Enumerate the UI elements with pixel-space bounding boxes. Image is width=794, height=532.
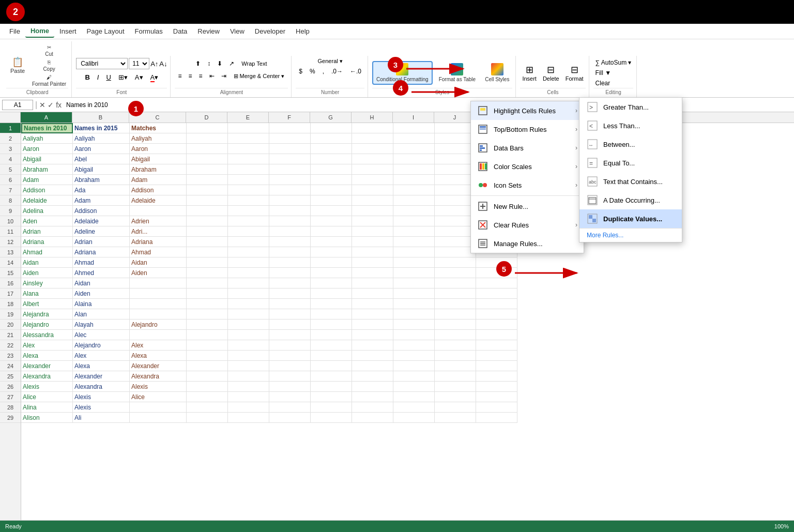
- cell-10-3[interactable]: [187, 216, 228, 226]
- cell-6-0[interactable]: Adam: [21, 175, 73, 185]
- cell-16-8[interactable]: [393, 278, 435, 288]
- cell-10-4[interactable]: [228, 216, 269, 226]
- cell-1-1[interactable]: Names in 2015: [73, 123, 130, 133]
- cell-18-3[interactable]: [187, 299, 228, 309]
- font-size-select[interactable]: 11: [129, 58, 149, 69]
- cell-14-3[interactable]: [187, 257, 228, 268]
- manage-rules-item[interactable]: Manage Rules...: [471, 234, 584, 253]
- cell-4-0[interactable]: Abigail: [21, 154, 73, 164]
- cell-1-7[interactable]: [352, 123, 393, 133]
- cell-25-8[interactable]: [393, 371, 435, 382]
- cell-11-6[interactable]: [311, 226, 352, 237]
- cell-28-4[interactable]: [228, 402, 269, 413]
- cell-21-7[interactable]: [352, 330, 393, 340]
- cell-5-6[interactable]: [311, 164, 352, 175]
- cell-2-6[interactable]: [311, 133, 352, 144]
- cell-16-3[interactable]: [187, 278, 228, 288]
- cell-8-7[interactable]: [352, 195, 393, 206]
- row-num-24[interactable]: 24: [0, 361, 21, 371]
- cell-3-8[interactable]: [393, 144, 435, 154]
- cell-17-9[interactable]: [435, 288, 476, 299]
- cell-21-8[interactable]: [393, 330, 435, 340]
- cell-3-4[interactable]: [228, 144, 269, 154]
- less-than-item[interactable]: < Less Than...: [579, 116, 682, 135]
- cell-8-8[interactable]: [393, 195, 435, 206]
- cell-9-1[interactable]: Addison: [73, 206, 130, 216]
- cell-18-10[interactable]: [476, 299, 517, 309]
- insert-button[interactable]: ⊞ Insert: [520, 63, 539, 83]
- cell-16-9[interactable]: [435, 278, 476, 288]
- menu-file[interactable]: File: [4, 25, 25, 37]
- cell-9-0[interactable]: Adelina: [21, 206, 73, 216]
- cell-17-7[interactable]: [352, 288, 393, 299]
- fill-button[interactable]: Fill ▼: [593, 68, 614, 78]
- cell-28-3[interactable]: [187, 402, 228, 413]
- cell-16-7[interactable]: [352, 278, 393, 288]
- date-occurring-item[interactable]: A Date Occurring...: [579, 191, 682, 209]
- cell-22-4[interactable]: [228, 340, 269, 351]
- cell-25-7[interactable]: [352, 371, 393, 382]
- cell-6-8[interactable]: [393, 175, 435, 185]
- cell-27-2[interactable]: Alice: [130, 392, 187, 402]
- cell-2-9[interactable]: [435, 133, 476, 144]
- cell-29-7[interactable]: [352, 413, 393, 423]
- cell-14-6[interactable]: [311, 257, 352, 268]
- cell-22-0[interactable]: Alex: [21, 340, 73, 351]
- cell-24-2[interactable]: Alexander: [130, 361, 187, 371]
- cell-15-3[interactable]: [187, 268, 228, 278]
- cell-23-6[interactable]: [311, 351, 352, 361]
- cell-14-1[interactable]: Ahmad: [73, 257, 130, 268]
- cell-4-8[interactable]: [393, 154, 435, 164]
- row-num-15[interactable]: 15: [0, 268, 21, 278]
- bold-button[interactable]: B: [82, 71, 93, 83]
- cell-1-5[interactable]: [269, 123, 311, 133]
- cell-2-5[interactable]: [269, 133, 311, 144]
- cell-25-2[interactable]: Alexandra: [130, 371, 187, 382]
- new-rule-item[interactable]: New Rule...: [471, 197, 584, 216]
- cell-29-1[interactable]: Ali: [73, 413, 130, 423]
- align-left-button[interactable]: ≡: [175, 70, 185, 82]
- row-num-5[interactable]: 5: [0, 164, 21, 175]
- row-num-18[interactable]: 18: [0, 299, 21, 309]
- cell-17-6[interactable]: [311, 288, 352, 299]
- row-num-22[interactable]: 22: [0, 340, 21, 351]
- cell-11-0[interactable]: Adrian: [21, 226, 73, 237]
- cell-23-8[interactable]: [393, 351, 435, 361]
- cell-18-1[interactable]: Alaina: [73, 299, 130, 309]
- cell-28-0[interactable]: Alina: [21, 402, 73, 413]
- cell-19-2[interactable]: [130, 309, 187, 320]
- cell-25-4[interactable]: [228, 371, 269, 382]
- cell-26-7[interactable]: [352, 382, 393, 392]
- col-header-e[interactable]: E: [227, 112, 269, 123]
- cell-3-5[interactable]: [269, 144, 311, 154]
- menu-help[interactable]: Help: [291, 25, 315, 37]
- cell-23-0[interactable]: Alexa: [21, 351, 73, 361]
- cell-17-1[interactable]: Aiden: [73, 288, 130, 299]
- font-family-select[interactable]: Calibri: [76, 58, 128, 69]
- cell-14-9[interactable]: [435, 257, 476, 268]
- cell-10-9[interactable]: [435, 216, 476, 226]
- cell-20-1[interactable]: Alayah: [73, 320, 130, 330]
- autosum-button[interactable]: ∑ AutoSum ▾: [593, 58, 634, 67]
- cell-3-3[interactable]: [187, 144, 228, 154]
- cell-5-8[interactable]: [393, 164, 435, 175]
- italic-button[interactable]: I: [94, 71, 102, 83]
- data-bars-item[interactable]: Data Bars ›: [471, 139, 584, 157]
- cell-5-1[interactable]: Abigail: [73, 164, 130, 175]
- menu-developer[interactable]: Developer: [250, 25, 291, 37]
- cell-21-9[interactable]: [435, 330, 476, 340]
- cell-29-4[interactable]: [228, 413, 269, 423]
- cell-15-5[interactable]: [269, 268, 311, 278]
- cell-28-8[interactable]: [393, 402, 435, 413]
- cell-23-9[interactable]: [435, 351, 476, 361]
- cell-7-3[interactable]: [187, 185, 228, 195]
- cell-29-6[interactable]: [311, 413, 352, 423]
- cell-12-3[interactable]: [187, 237, 228, 247]
- row-num-28[interactable]: 28: [0, 402, 21, 413]
- cell-2-3[interactable]: [187, 133, 228, 144]
- row-num-9[interactable]: 9: [0, 206, 21, 216]
- cell-3-0[interactable]: Aaron: [21, 144, 73, 154]
- cell-21-3[interactable]: [187, 330, 228, 340]
- cell-2-1[interactable]: Aaliyah: [73, 133, 130, 144]
- cell-26-0[interactable]: Alexis: [21, 382, 73, 392]
